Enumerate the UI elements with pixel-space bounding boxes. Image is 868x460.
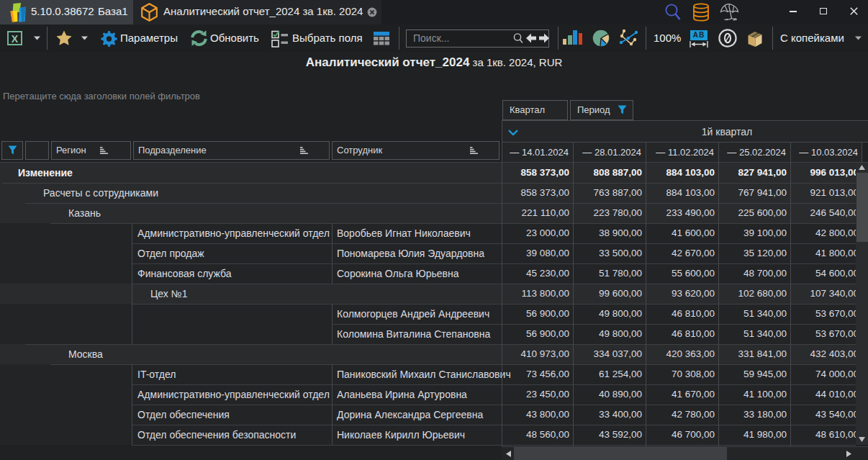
svg-text:X: X	[12, 33, 19, 45]
